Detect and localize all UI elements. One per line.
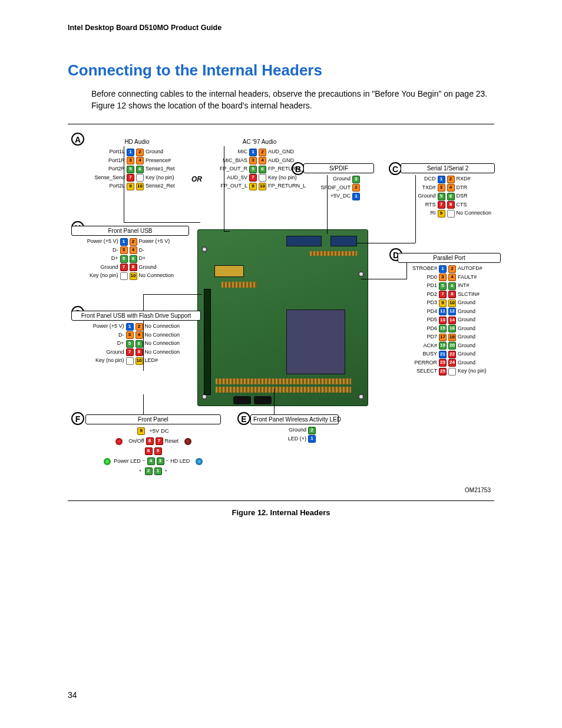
label-hdled: HD LED (170, 459, 194, 465)
group-d-parallel: Parallel Port STROBE#12AUTOFD#PD034FAULT… (398, 253, 501, 377)
pin-6: 6 (259, 166, 266, 173)
pin-5: 5 (126, 340, 134, 348)
pin-4: 4 (136, 157, 144, 164)
figure-12: A B C D E F G H HD Audio Port1L12GroundP… (68, 124, 494, 501)
group-e-wireless-led: Front Panel Wireless Activity LED Ground… (250, 414, 339, 444)
pin-10: 10 (136, 183, 144, 190)
pin-5: 5 (439, 282, 447, 290)
pin-1: 1 (120, 238, 128, 246)
pin-18: 18 (448, 334, 456, 341)
label-pwrled: Power LED (113, 459, 141, 465)
pin-1: 1 (438, 176, 445, 183)
pin-6: 6 (448, 282, 456, 290)
pin-key (259, 174, 266, 182)
pin-key (447, 210, 455, 218)
group-a-ac97-audio: AC '97 Audio MIC12AUD_GNDMIC_BIAS34AUD_G… (202, 137, 317, 192)
spdif-title: S/PDIF (303, 163, 374, 173)
pin-21: 21 (439, 351, 447, 358)
group-b-spdif: S/PDIF Ground3SPDIF_OUT2+5V_DC1 (303, 163, 374, 202)
pin-2: 2 (447, 176, 455, 183)
pin-3: 3 (249, 157, 257, 164)
pin-6: 6 (447, 193, 455, 200)
pin-6: 6 (135, 340, 143, 348)
pin-1: 1 (154, 467, 162, 475)
pin-4: 4 (135, 331, 143, 339)
pin-5: 5 (120, 255, 128, 263)
pin-2: 2 (448, 265, 456, 273)
pin-4: 4 (448, 274, 456, 281)
pin-2: 2 (145, 467, 153, 475)
parallel-title: Parallel Port (398, 253, 501, 263)
powerled-icon (104, 458, 111, 465)
pin-key (126, 357, 134, 365)
pin-9: 9 (438, 210, 445, 218)
pin-6: 6 (145, 447, 153, 455)
pin-3: 3 (352, 176, 360, 183)
pin-24: 24 (448, 359, 456, 367)
pin-23: 23 (439, 359, 447, 367)
diagram: A B C D E F G H HD Audio Port1L12GroundP… (68, 129, 494, 496)
pin-6: 6 (130, 255, 137, 263)
pin-2: 2 (352, 184, 360, 192)
group-f-front-panel: Front Panel 9+5V DC On/Off 87 Reset 65 P… (85, 414, 221, 476)
pin-5: 5 (438, 193, 445, 200)
pin-4: 4 (130, 246, 137, 254)
pin-2: 2 (308, 427, 316, 434)
label-5vdc: +5V DC (149, 428, 169, 434)
bubble-c: C (389, 162, 402, 175)
intro-paragraph: Before connecting cables to the internal… (91, 88, 494, 112)
onoff-icon (115, 438, 123, 445)
pin-25: 25 (439, 368, 447, 375)
pin-7: 7 (127, 174, 134, 182)
front-panel-title: Front Panel (85, 414, 221, 424)
pin-20: 20 (448, 342, 456, 350)
doc-header: Intel Desktop Board D510MO Product Guide (68, 24, 494, 32)
pin-key (136, 174, 144, 182)
group-a-hd-audio: HD Audio Port1L12GroundPort1R34Presence#… (85, 137, 189, 192)
pin-1: 1 (352, 193, 360, 200)
pin-8: 8 (130, 263, 137, 271)
group-g-usb-flash: Front Panel USB with Flash Drive Support… (71, 311, 201, 366)
hdled-icon (196, 458, 203, 465)
pin-3: 3 (126, 331, 134, 339)
pin-5: 5 (154, 447, 162, 455)
wireless-led-title: Front Panel Wireless Activity LED (250, 414, 339, 424)
or-label: OR (191, 175, 202, 183)
pin-2: 2 (136, 149, 144, 156)
pin-1: 1 (127, 149, 134, 156)
pin-1: 1 (308, 435, 316, 443)
pin-key (120, 272, 128, 280)
bubble-a: A (71, 133, 84, 146)
pin-3: 3 (127, 157, 134, 164)
pin-1: 1 (249, 149, 257, 156)
reset-icon (184, 438, 191, 445)
hd-audio-title: HD Audio (85, 137, 189, 146)
pin-1: 1 (439, 265, 447, 273)
pin-11: 11 (439, 308, 447, 315)
pin-4: 4 (147, 457, 155, 465)
usb-flash-title: Front Panel USB with Flash Drive Support (71, 311, 201, 321)
usb-title: Front Panel USB (71, 226, 189, 236)
label-reset: Reset (165, 439, 183, 444)
pin-10: 10 (135, 357, 143, 365)
pin-7: 7 (439, 291, 447, 298)
pin-8: 8 (448, 291, 456, 298)
label-onoff: On/Off (124, 439, 144, 444)
pin-9: 9 (127, 183, 134, 190)
pin-7: 7 (249, 174, 257, 182)
pin-2: 2 (135, 323, 143, 331)
bubble-e: E (237, 412, 250, 425)
pin-3: 3 (120, 246, 128, 254)
pin-13: 13 (439, 317, 447, 324)
pin-10: 10 (259, 183, 266, 190)
pin-9: 9 (249, 183, 257, 190)
pin-16: 16 (448, 325, 456, 332)
ac97-audio-title: AC '97 Audio (202, 137, 317, 146)
pin-8: 8 (135, 348, 143, 356)
om-code: OM21753 (465, 487, 491, 493)
pin-1: 1 (126, 323, 134, 331)
group-h-usb: Front Panel USB Power (+5 V)12Power (+5 … (71, 226, 189, 281)
pin-3: 3 (439, 274, 447, 281)
pin-19: 19 (439, 342, 447, 350)
serial-title: Serial 1/Serial 2 (401, 163, 495, 173)
